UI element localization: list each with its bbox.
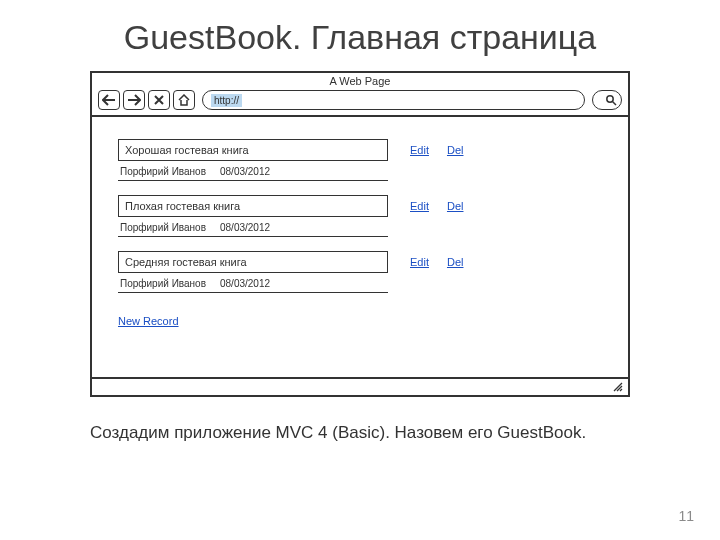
window-title: A Web Page — [92, 73, 628, 87]
slide-title: GuestBook. Главная страница — [0, 18, 720, 57]
list-item: Хорошая гостевая книга Edit Del Порфирий… — [118, 139, 602, 181]
delete-link[interactable]: Del — [447, 256, 464, 268]
page-number: 11 — [678, 508, 694, 524]
entry-title: Плохая гостевая книга — [118, 195, 388, 217]
svg-point-0 — [607, 96, 613, 102]
entry-meta: Порфирий Иванов 08/03/2012 — [118, 273, 388, 293]
stop-x-icon[interactable] — [148, 90, 170, 110]
new-record-link[interactable]: New Record — [118, 315, 179, 327]
entry-author: Порфирий Иванов — [120, 278, 206, 289]
search-box[interactable] — [592, 90, 622, 110]
entry-meta: Порфирий Иванов 08/03/2012 — [118, 217, 388, 237]
entry-title: Средняя гостевая книга — [118, 251, 388, 273]
url-value: http:// — [211, 94, 242, 107]
entry-meta: Порфирий Иванов 08/03/2012 — [118, 161, 388, 181]
forward-arrow-icon[interactable] — [123, 90, 145, 110]
list-item: Средняя гостевая книга Edit Del Порфирий… — [118, 251, 602, 293]
entry-date: 08/03/2012 — [220, 222, 270, 233]
status-bar — [92, 377, 628, 395]
browser-mockup: A Web Page http:// Хороша — [90, 71, 630, 397]
browser-chrome: A Web Page http:// — [92, 73, 628, 117]
url-bar[interactable]: http:// — [202, 90, 585, 110]
list-item: Плохая гостевая книга Edit Del Порфирий … — [118, 195, 602, 237]
delete-link[interactable]: Del — [447, 200, 464, 212]
entry-title: Хорошая гостевая книга — [118, 139, 388, 161]
entry-author: Порфирий Иванов — [120, 222, 206, 233]
home-icon[interactable] — [173, 90, 195, 110]
magnifier-icon — [605, 94, 617, 106]
edit-link[interactable]: Edit — [410, 200, 429, 212]
back-arrow-icon[interactable] — [98, 90, 120, 110]
slide-caption: Создадим приложение MVC 4 (Basic). Назов… — [90, 423, 720, 443]
entry-date: 08/03/2012 — [220, 278, 270, 289]
edit-link[interactable]: Edit — [410, 256, 429, 268]
page-content: Хорошая гостевая книга Edit Del Порфирий… — [92, 117, 628, 377]
entry-author: Порфирий Иванов — [120, 166, 206, 177]
resize-grip-icon[interactable] — [612, 381, 624, 393]
entry-date: 08/03/2012 — [220, 166, 270, 177]
edit-link[interactable]: Edit — [410, 144, 429, 156]
delete-link[interactable]: Del — [447, 144, 464, 156]
svg-line-1 — [613, 102, 617, 106]
browser-toolbar: http:// — [92, 87, 628, 115]
